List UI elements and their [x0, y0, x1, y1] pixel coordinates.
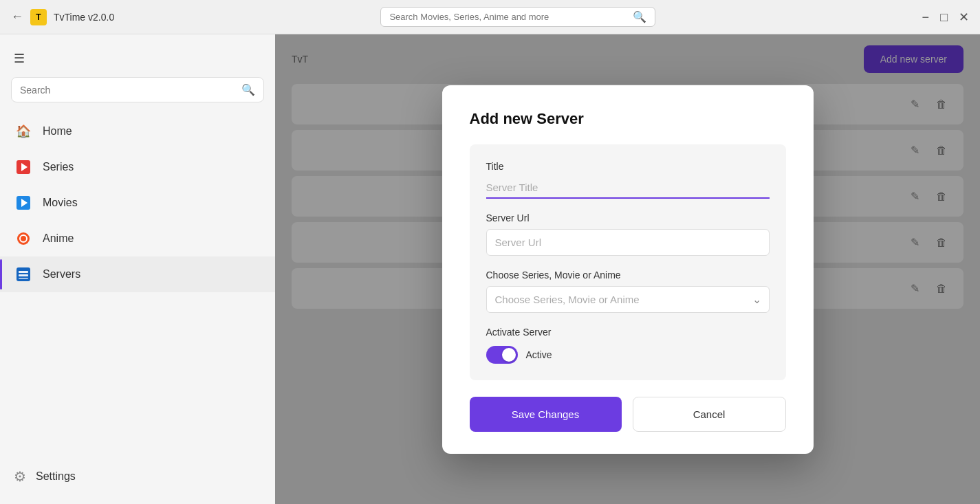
modal-form-body: Title Server Url Choose Series, Movie or… — [470, 144, 786, 380]
server-title-input[interactable] — [486, 177, 770, 199]
movies-icon — [14, 193, 33, 212]
global-search-bar[interactable]: 🔍 — [380, 7, 655, 27]
title-label: Title — [486, 161, 770, 172]
maximize-button[interactable]: □ — [940, 11, 948, 23]
modal-footer: Save Changes Cancel — [470, 397, 786, 432]
sidebar-item-movies[interactable]: Movies — [0, 185, 275, 221]
svg-rect-9 — [19, 278, 28, 279]
svg-rect-7 — [19, 271, 28, 273]
app-title: TvTime v2.0.0 — [54, 12, 114, 23]
svg-point-4 — [17, 232, 30, 245]
sidebar-search-container[interactable]: 🔍 — [11, 77, 264, 102]
hamburger-button[interactable]: ☰ — [0, 45, 275, 77]
series-icon — [14, 157, 33, 177]
toggle-row: Active — [486, 346, 770, 364]
back-button[interactable]: ← — [11, 10, 23, 24]
sidebar-item-home[interactable]: 🏠 Home — [0, 113, 275, 149]
sidebar-item-anime[interactable]: Anime — [0, 221, 275, 256]
settings-label: Settings — [36, 470, 76, 483]
anime-icon — [14, 229, 33, 248]
sidebar: ☰ 🔍 🏠 Home Series Movies Anime — [0, 34, 275, 504]
svg-rect-8 — [19, 274, 28, 276]
titlebar-left: ← T TvTime v2.0.0 — [11, 9, 114, 25]
title-form-group: Title — [486, 161, 770, 199]
minimize-button[interactable]: − — [922, 11, 930, 23]
sidebar-item-settings[interactable]: ⚙ Settings — [0, 460, 275, 493]
type-select-wrapper: Choose Series, Movie or Anime Series Mov… — [486, 286, 770, 313]
sidebar-item-home-label: Home — [43, 125, 72, 138]
type-label: Choose Series, Movie or Anime — [486, 270, 770, 281]
url-form-group: Server Url — [486, 212, 770, 256]
titlebar: ← T TvTime v2.0.0 🔍 − □ ✕ — [0, 0, 980, 34]
save-changes-button[interactable]: Save Changes — [470, 397, 622, 432]
global-search-icon: 🔍 — [633, 10, 646, 23]
server-url-input[interactable] — [486, 229, 770, 256]
url-label: Server Url — [486, 212, 770, 223]
add-server-modal: Add new Server Title Server Url Choose — [442, 85, 814, 454]
sidebar-item-servers[interactable]: Servers — [0, 256, 275, 292]
settings-icon: ⚙ — [14, 468, 26, 485]
cancel-button[interactable]: Cancel — [633, 397, 786, 432]
activate-form-group: Activate Server Active — [486, 327, 770, 364]
home-icon: 🏠 — [14, 122, 33, 141]
app-body: ☰ 🔍 🏠 Home Series Movies Anime — [0, 34, 980, 504]
activate-toggle[interactable] — [486, 346, 518, 364]
type-select[interactable]: Choose Series, Movie or Anime Series Mov… — [486, 286, 770, 313]
toggle-text: Active — [526, 349, 552, 360]
sidebar-item-servers-label: Servers — [43, 268, 80, 281]
servers-icon — [14, 265, 33, 284]
sidebar-item-series-label: Series — [43, 161, 74, 173]
app-logo: T — [30, 9, 47, 25]
sidebar-search-input[interactable] — [20, 85, 236, 96]
activate-label: Activate Server — [486, 327, 770, 338]
close-button[interactable]: ✕ — [959, 11, 969, 23]
main-content: TvT Add new server ✎ 🗑 ✎ 🗑 ✎ 🗑 — [275, 34, 980, 504]
window-controls: − □ ✕ — [922, 11, 969, 23]
sidebar-item-series[interactable]: Series — [0, 149, 275, 185]
sidebar-item-movies-label: Movies — [43, 197, 78, 209]
global-search-input[interactable] — [389, 12, 627, 22]
modal-overlay: Add new Server Title Server Url Choose — [275, 34, 980, 504]
sidebar-search-icon: 🔍 — [241, 83, 255, 96]
type-form-group: Choose Series, Movie or Anime Choose Ser… — [486, 270, 770, 313]
toggle-knob — [502, 348, 516, 362]
sidebar-item-anime-label: Anime — [43, 232, 74, 245]
modal-title: Add new Server — [470, 110, 786, 128]
